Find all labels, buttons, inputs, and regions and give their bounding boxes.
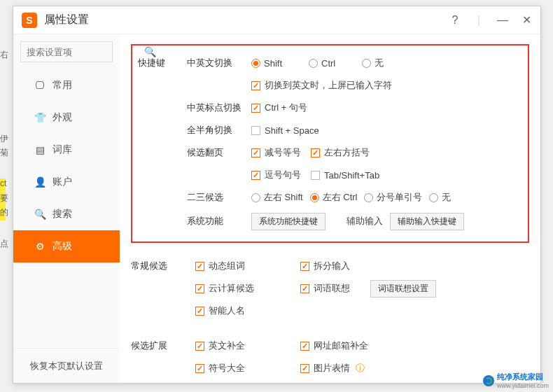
check-split[interactable]: 拆分输入 — [300, 260, 350, 272]
check-smartname[interactable]: 智能人名 — [195, 304, 245, 317]
sidebar-item-label: 高级 — [52, 240, 72, 253]
help-button[interactable]: ? — [449, 14, 461, 27]
sidebar-item-account[interactable]: 👤 账户 — [13, 166, 120, 198]
check-url[interactable]: 网址邮箱补全 — [300, 340, 368, 352]
sidebar-item-label: 搜索 — [52, 208, 72, 220]
check-assoc[interactable]: 词语联想 — [300, 282, 370, 295]
help-icon[interactable]: ⓘ — [356, 362, 365, 374]
close-button[interactable]: ✕ — [521, 13, 532, 27]
check-commit-on-switch[interactable]: 切换到英文时，上屏已输入字符 — [251, 79, 392, 92]
row-label: 中英文切换 — [187, 57, 251, 69]
row-label: 中英标点切换 — [187, 102, 251, 114]
row-label: 全半角切换 — [187, 124, 251, 136]
shirt-icon: 👕 — [34, 112, 46, 123]
titlebar: S 属性设置 ? | — ✕ — [13, 6, 540, 34]
sidebar-item-label: 外观 — [52, 111, 72, 124]
check-page-bracket[interactable]: 左右方括号 — [311, 146, 370, 159]
radio-shift[interactable]: Shift — [251, 58, 282, 69]
check-page-tab[interactable]: Tab/Shift+Tab — [311, 170, 379, 181]
sidebar-item-search[interactable]: 🔍 搜索 — [13, 198, 120, 230]
watermark: 纯净系统家园 www.yidaimei.com — [483, 372, 549, 389]
section-label: 常规候选 — [131, 260, 180, 272]
sidebar-item-appearance[interactable]: 👕 外观 — [13, 102, 120, 134]
user-icon: 👤 — [34, 176, 46, 188]
radio-ctrl[interactable]: Ctrl — [309, 58, 335, 69]
search-box[interactable]: 🔍 — [20, 41, 113, 62]
app-icon: S — [22, 13, 37, 28]
settings-window: S 属性设置 ? | — ✕ 🔍 🖵 常用 👕 外观 ▤ 词库 — [13, 6, 541, 384]
check-punct-switch[interactable]: Ctrl + 句号 — [251, 102, 307, 114]
sysfunc-hotkey-button[interactable]: 系统功能快捷键 — [251, 213, 326, 230]
radio-23-shift[interactable]: 左右 Shift — [251, 191, 303, 204]
section-label: 快捷键 — [138, 57, 187, 69]
check-fullhalf[interactable]: Shift + Space — [251, 125, 319, 136]
hotkey-section: 快捷键 中英文切换 Shift Ctrl 无 切换到英文时，上屏已输入字符 中英… — [131, 44, 529, 243]
sidebar-item-dict[interactable]: ▤ 词库 — [13, 134, 120, 166]
book-icon: ▤ — [34, 144, 46, 155]
restore-defaults-button[interactable]: 恢复本页默认设置 — [13, 348, 120, 383]
content-panel: 快捷键 中英文切换 Shift Ctrl 无 切换到英文时，上屏已输入字符 中英… — [120, 34, 540, 383]
gear-icon: ⚙ — [34, 241, 46, 252]
watermark-logo-icon — [483, 375, 494, 386]
section-label: 候选扩展 — [131, 340, 180, 352]
sidebar-item-label: 账户 — [52, 176, 72, 188]
minimize-button[interactable]: — — [497, 14, 508, 27]
window-title: 属性设置 — [44, 13, 449, 27]
row-label: 候选翻页 — [187, 146, 251, 159]
row-label: 二三候选 — [187, 191, 251, 204]
row-label: 系统功能 — [187, 215, 251, 227]
check-emoji[interactable]: 图片表情ⓘ — [300, 362, 365, 374]
check-page-comma[interactable]: 逗号句号 — [251, 169, 301, 181]
sidebar-item-common[interactable]: 🖵 常用 — [13, 69, 120, 102]
check-cloud[interactable]: 云计算候选 — [195, 282, 300, 295]
radio-none[interactable]: 无 — [362, 57, 384, 69]
check-symbols[interactable]: 符号大全 — [195, 362, 300, 374]
check-page-minus[interactable]: 减号等号 — [251, 146, 301, 159]
monitor-icon: 🖵 — [34, 80, 46, 91]
sidebar: 🔍 🖵 常用 👕 外观 ▤ 词库 👤 账户 🔍 搜索 — [13, 34, 120, 383]
aux-input-label: 辅助输入 — [346, 215, 390, 227]
radio-23-semi[interactable]: 分号单引号 — [364, 191, 422, 204]
check-english[interactable]: 英文补全 — [195, 340, 300, 352]
assoc-settings-button[interactable]: 词语联想设置 — [370, 280, 436, 298]
check-dynamic[interactable]: 动态组词 — [195, 260, 300, 272]
sidebar-item-label: 常用 — [52, 79, 72, 92]
sidebar-item-label: 词库 — [52, 144, 72, 156]
radio-23-none[interactable]: 无 — [429, 191, 451, 204]
magnifier-icon: 🔍 — [34, 209, 46, 220]
radio-23-ctrl[interactable]: 左右 Ctrl — [310, 191, 358, 204]
aux-hotkey-button[interactable]: 辅助输入快捷键 — [390, 213, 464, 230]
sidebar-item-advanced[interactable]: ⚙ 高级 — [13, 230, 120, 262]
